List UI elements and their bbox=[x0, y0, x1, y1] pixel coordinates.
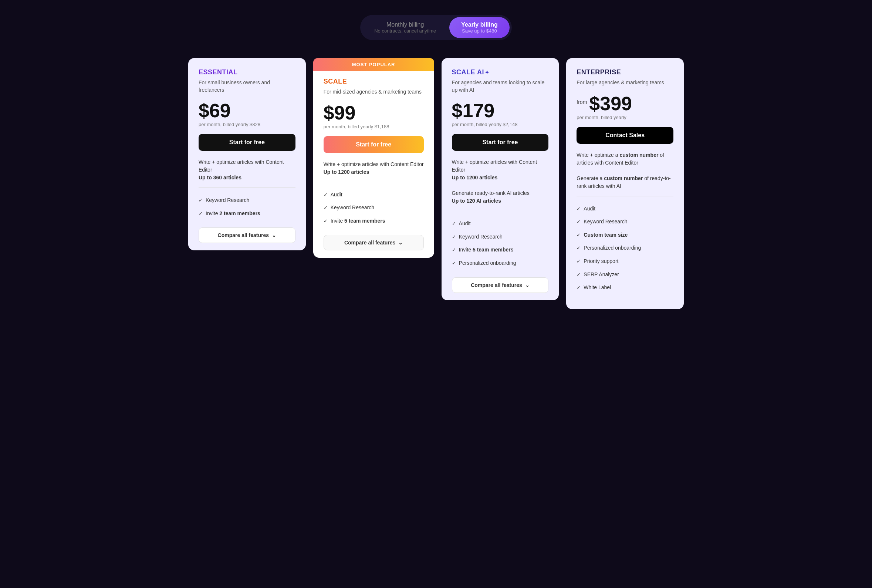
plan-name-scale: SCALE bbox=[324, 78, 424, 86]
yearly-billing-sub: Save up to $480 bbox=[461, 28, 498, 34]
list-item: ✓Audit bbox=[452, 217, 549, 230]
most-popular-banner: MOST POPULAR bbox=[313, 58, 434, 71]
plan-name-enterprise: ENTERPRISE bbox=[577, 68, 673, 76]
compare-features-essential[interactable]: Compare all features ⌄ bbox=[199, 227, 295, 243]
feature-list-scale: ✓Audit ✓Keyword Research ✓Invite 5 team … bbox=[324, 188, 424, 228]
check-icon: ✓ bbox=[199, 210, 203, 217]
check-icon: ✓ bbox=[452, 234, 456, 240]
monthly-billing-sub: No contracts, cancel anytime bbox=[374, 28, 436, 34]
check-icon: ✓ bbox=[577, 245, 581, 252]
feature-main-scale: Write + optimize articles with Content E… bbox=[324, 160, 424, 182]
check-icon: ✓ bbox=[577, 272, 581, 278]
check-icon: ✓ bbox=[577, 219, 581, 225]
list-item: ✓Invite 5 team members bbox=[452, 243, 549, 256]
list-item: ✓Priority support bbox=[577, 255, 673, 268]
feature-list-essential: ✓Keyword Research ✓Invite 2 team members bbox=[199, 194, 295, 220]
list-item: ✓Personalized onboarding bbox=[452, 256, 549, 270]
list-item: ✓Invite 5 team members bbox=[324, 214, 424, 228]
feature-main-essential: Write + optimize articles with Content E… bbox=[199, 158, 295, 188]
yearly-billing-option[interactable]: Yearly billing Save up to $480 bbox=[449, 17, 509, 38]
price-amount-scale: $99 bbox=[324, 103, 356, 122]
plans-container: ESSENTIAL For small business owners and … bbox=[188, 58, 684, 309]
list-item: ✓Audit bbox=[577, 202, 673, 216]
check-icon: ✓ bbox=[452, 247, 456, 254]
chevron-down-icon: ⌄ bbox=[398, 240, 403, 246]
price-row-scale-ai: $179 bbox=[452, 101, 549, 120]
plan-card-enterprise: ENTERPRISE For large agencies & marketin… bbox=[566, 58, 684, 309]
plan-tagline-essential: For small business owners and freelancer… bbox=[199, 79, 295, 93]
check-icon: ✓ bbox=[577, 258, 581, 265]
plan-tagline-scale: For mid-sized agencies & marketing teams bbox=[324, 88, 424, 96]
cta-button-essential[interactable]: Start for free bbox=[199, 134, 295, 151]
list-item: ✓Keyword Research bbox=[452, 230, 549, 244]
plan-card-scale-ai: SCALE AI✦ For agencies and teams looking… bbox=[442, 58, 559, 300]
list-item: ✓Personalized onboarding bbox=[577, 242, 673, 255]
yearly-billing-label: Yearly billing bbox=[461, 21, 498, 28]
check-icon: ✓ bbox=[324, 204, 328, 211]
check-icon: ✓ bbox=[452, 260, 456, 267]
list-item: ✓Custom team size bbox=[577, 228, 673, 242]
plan-name-essential: ESSENTIAL bbox=[199, 68, 295, 76]
cta-button-scale-ai[interactable]: Start for free bbox=[452, 134, 549, 151]
sparkle-icon: ✦ bbox=[485, 69, 490, 75]
price-period-scale-ai: per month, billed yearly $2,148 bbox=[452, 122, 549, 127]
plan-card-scale: SCALE For mid-sized agencies & marketing… bbox=[313, 71, 434, 258]
monthly-billing-option[interactable]: Monthly billing No contracts, cancel any… bbox=[363, 17, 448, 38]
feature-main-scale-ai: Write + optimize articles with Content E… bbox=[452, 158, 549, 211]
list-item: ✓Invite 2 team members bbox=[199, 207, 295, 220]
check-icon: ✓ bbox=[324, 218, 328, 225]
plan-tagline-scale-ai: For agencies and teams looking to scale … bbox=[452, 79, 549, 93]
plan-name-scale-ai: SCALE AI✦ bbox=[452, 68, 549, 76]
price-amount-essential: $69 bbox=[199, 101, 231, 120]
price-row-essential: $69 bbox=[199, 101, 295, 120]
price-period-scale: per month, billed yearly $1,188 bbox=[324, 124, 424, 129]
price-amount-enterprise: $399 bbox=[589, 94, 632, 113]
feature-list-scale-ai: ✓Audit ✓Keyword Research ✓Invite 5 team … bbox=[452, 217, 549, 270]
compare-features-scale[interactable]: Compare all features ⌄ bbox=[324, 235, 424, 250]
cta-button-enterprise[interactable]: Contact Sales bbox=[577, 127, 673, 144]
list-item: ✓White Label bbox=[577, 281, 673, 294]
list-item: ✓SERP Analyzer bbox=[577, 268, 673, 281]
check-icon: ✓ bbox=[452, 220, 456, 227]
list-item: ✓Keyword Research bbox=[577, 215, 673, 228]
list-item: ✓Keyword Research bbox=[199, 194, 295, 207]
cta-button-scale[interactable]: Start for free bbox=[324, 136, 424, 153]
feature-list-enterprise: ✓Audit ✓Keyword Research ✓Custom team si… bbox=[577, 202, 673, 294]
billing-toggle: Monthly billing No contracts, cancel any… bbox=[360, 15, 512, 40]
check-icon: ✓ bbox=[577, 284, 581, 291]
chevron-down-icon: ⌄ bbox=[272, 232, 276, 238]
compare-features-scale-ai[interactable]: Compare all features ⌄ bbox=[452, 278, 549, 293]
list-item: ✓Keyword Research bbox=[324, 201, 424, 214]
chevron-down-icon: ⌄ bbox=[525, 282, 530, 288]
price-from-enterprise: from bbox=[577, 99, 587, 105]
price-row-enterprise: from $399 bbox=[577, 94, 673, 113]
check-icon: ✓ bbox=[199, 197, 203, 204]
price-period-essential: per month, billed yearly $828 bbox=[199, 122, 295, 127]
plan-card-essential: ESSENTIAL For small business owners and … bbox=[188, 58, 306, 250]
price-period-enterprise: per month, billed yearly bbox=[577, 115, 673, 120]
check-icon: ✓ bbox=[577, 206, 581, 212]
plan-wrapper-scale: MOST POPULAR SCALE For mid-sized agencie… bbox=[313, 58, 434, 258]
price-amount-scale-ai: $179 bbox=[452, 101, 495, 120]
plan-tagline-enterprise: For large agencies & marketing teams bbox=[577, 79, 673, 87]
monthly-billing-label: Monthly billing bbox=[374, 21, 436, 28]
check-icon: ✓ bbox=[324, 192, 328, 198]
check-icon: ✓ bbox=[577, 232, 581, 238]
price-row-scale: $99 bbox=[324, 103, 424, 122]
feature-main-enterprise: Write + optimize a custom number of arti… bbox=[577, 151, 673, 196]
list-item: ✓Audit bbox=[324, 188, 424, 201]
